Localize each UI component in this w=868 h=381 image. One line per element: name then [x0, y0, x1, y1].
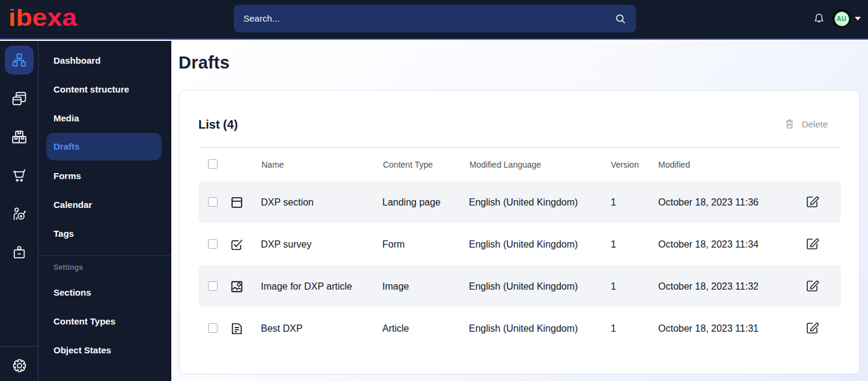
svg-text:ibexa: ibexa — [8, 9, 78, 27]
